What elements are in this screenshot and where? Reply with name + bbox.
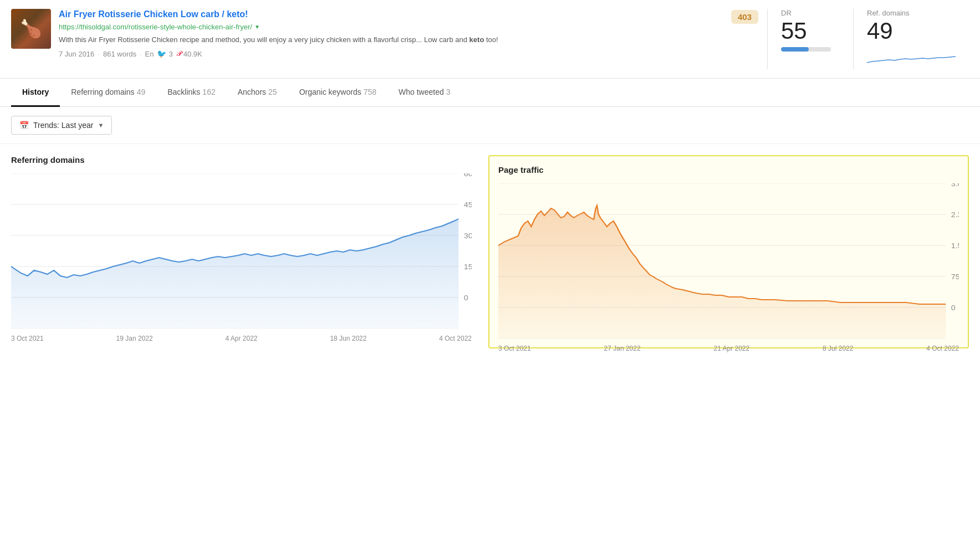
- article-details: Air Fryer Rotisserie Chicken Low carb / …: [59, 9, 722, 58]
- svg-text:0: 0: [951, 304, 956, 312]
- svg-text:750: 750: [951, 273, 959, 281]
- ref-domains-section: Ref. domains 49: [853, 9, 969, 69]
- svg-text:15: 15: [464, 263, 472, 271]
- page-traffic-svg: 3.0K 2.3K 1.5K 750 0: [498, 183, 959, 338]
- svg-text:3.0K: 3.0K: [951, 183, 959, 188]
- tab-organic-keywords[interactable]: Organic keywords758: [288, 79, 387, 107]
- referring-domains-svg: 60 45 30 15 0: [11, 173, 472, 329]
- svg-text:45: 45: [464, 201, 472, 209]
- article-description: With this Air Fryer Rotisserie Chicken r…: [59, 34, 722, 45]
- twitter-icon: 🐦: [157, 49, 166, 58]
- trends-button[interactable]: 📅 Trends: Last year ▼: [11, 116, 112, 135]
- twitter-meta: 🐦 3: [157, 49, 172, 58]
- charts-area: Referring domains: [0, 144, 980, 360]
- article-title[interactable]: Air Fryer Rotisserie Chicken Low carb / …: [59, 9, 722, 20]
- tab-referring-domains[interactable]: Referring domains49: [60, 79, 156, 107]
- referring-domains-chart-container: 60 45 30 15 0 3 Oct 2021 19 Jan 2022 4 A…: [11, 173, 472, 329]
- referring-x-labels: 3 Oct 2021 19 Jan 2022 4 Apr 2022 18 Jun…: [11, 335, 472, 342]
- article-badge: 403: [731, 10, 758, 24]
- article-url[interactable]: https://thisoldgal.com/rotisserie-style-…: [59, 23, 722, 31]
- dr-label: DR: [781, 9, 792, 17]
- tab-who-tweeted[interactable]: Who tweeted3: [387, 79, 462, 107]
- article-card: 🍗 Air Fryer Rotisserie Chicken Low carb …: [0, 0, 980, 79]
- filter-row: 📅 Trends: Last year ▼: [0, 107, 980, 144]
- pinterest-meta: 𝒫 40.9K: [176, 49, 202, 58]
- svg-text:30: 30: [464, 232, 472, 240]
- referring-domains-chart-title: Referring domains: [11, 155, 472, 165]
- dr-value: 55: [781, 19, 807, 43]
- svg-text:2.3K: 2.3K: [951, 211, 959, 219]
- article-thumbnail: 🍗: [11, 9, 51, 49]
- svg-text:60: 60: [464, 173, 472, 178]
- dropdown-arrow-icon: ▼: [98, 122, 104, 129]
- article-main: 🍗 Air Fryer Rotisserie Chicken Low carb …: [11, 9, 722, 69]
- traffic-x-labels: 3 Oct 2021 27 Jan 2022 21 Apr 2022 8 Jul…: [498, 345, 959, 352]
- page-traffic-chart-title: Page traffic: [498, 165, 959, 175]
- svg-marker-18: [498, 206, 946, 338]
- dr-bar-fill: [781, 47, 809, 52]
- tab-backlinks[interactable]: Backlinks162: [156, 79, 227, 107]
- tab-history[interactable]: History: [11, 79, 60, 107]
- page-traffic-chart-container: 3.0K 2.3K 1.5K 750 0 3 Oct 2021 27 Jan 2…: [498, 183, 959, 338]
- calendar-icon: 📅: [19, 121, 29, 130]
- tab-anchors[interactable]: Anchors25: [227, 79, 288, 107]
- ref-domains-mini-chart: [867, 47, 956, 69]
- pinterest-icon: 𝒫: [176, 49, 181, 58]
- dr-section: DR 55: [767, 9, 844, 69]
- referring-domains-chart: Referring domains: [11, 155, 488, 329]
- dr-bar: [781, 47, 831, 52]
- svg-text:0: 0: [464, 294, 468, 302]
- tabs-navigation: History Referring domains49 Backlinks162…: [0, 79, 980, 107]
- ref-domains-label: Ref. domains: [867, 9, 910, 17]
- svg-text:1.5K: 1.5K: [951, 242, 959, 250]
- article-meta: 7 Jun 2016 · 861 words · En 🐦 3 𝒫 40.9K: [59, 49, 722, 58]
- page-traffic-chart: Page traffic: [488, 155, 969, 348]
- url-arrow-icon: ▼: [254, 24, 260, 30]
- ref-domains-value: 49: [867, 19, 893, 43]
